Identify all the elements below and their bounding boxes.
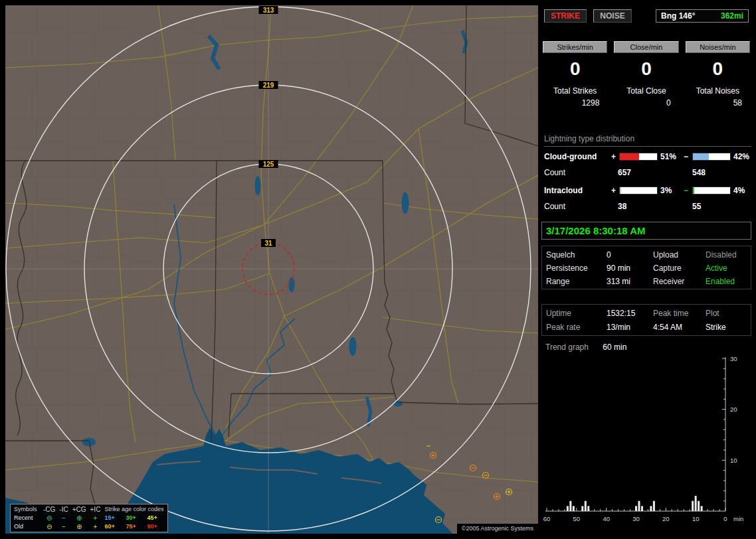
legend-symbols-header: Symbols [12, 505, 41, 514]
rate-values-row: 0 0 0 [543, 58, 750, 80]
ic-plus-icon: + [88, 522, 103, 531]
noise-toggle-button[interactable]: NOISE [593, 9, 631, 23]
svg-text:10: 10 [692, 515, 700, 522]
svg-text:30: 30 [730, 355, 737, 362]
close-per-min-button[interactable]: Close/min [614, 41, 678, 53]
cg-plus-bar [619, 153, 658, 161]
trend-graph-label-row: Trend graph 60 min [545, 343, 626, 352]
strike-toggle-button[interactable]: STRIKE [544, 9, 587, 23]
ring-distance-label: 219 [263, 82, 274, 89]
plot-value: Strike [706, 323, 726, 332]
rate-buttons-row: Strikes/min Close/min Noises/min [543, 41, 750, 53]
persistence-value: 90 min [607, 264, 630, 273]
close-per-min-value: 0 [614, 58, 678, 80]
capture-status: Active [706, 264, 727, 273]
trend-window-value: 60 min [603, 343, 626, 352]
trend-graph: 1020306050403020100min [541, 353, 751, 530]
cg-plus-percent: 51% [660, 152, 676, 161]
ic-plus-icon: + [88, 514, 103, 522]
total-noises-value: 58 [686, 98, 750, 108]
age-75: 75+ [124, 522, 145, 531]
age-15: 15+ [102, 514, 124, 522]
copyright-label: ©2005 Astrogenic Systems [457, 524, 538, 534]
ic-minus-count: 55 [692, 202, 701, 211]
bearing-readout: Bng 146° 362mi [656, 9, 749, 23]
cg-plus-icon: ⊕ [70, 522, 88, 531]
squelch-value: 0 [607, 250, 611, 260]
uptime-label: Uptime [546, 309, 571, 318]
ic-minus-percent: 4% [733, 186, 745, 195]
total-noises-label: Total Noises [686, 86, 750, 96]
map-legend: Symbols -CG -IC +CG +IC Strike age color… [10, 504, 168, 532]
plus-sign: + [611, 152, 616, 161]
receiver-label: Receiver [653, 277, 684, 286]
ring-distance-label: 31 [264, 240, 272, 247]
peak-time-value: 4:54 AM [653, 323, 682, 332]
ic-minus-icon: − [57, 514, 70, 522]
legend-col-neg-ic: -IC [57, 505, 70, 514]
bearing-label: Bng 146° [661, 11, 695, 21]
legend-old-label: Old [12, 522, 41, 531]
minus-sign: − [684, 186, 688, 195]
svg-text:60: 60 [543, 515, 551, 522]
total-close-value: 0 [614, 98, 678, 108]
persistence-label: Persistence [546, 264, 588, 273]
range-value: 313 mi [607, 277, 630, 286]
receiver-status: Enabled [706, 277, 735, 286]
ic-plus-count: 38 [618, 202, 626, 211]
totals-labels-row: Total Strikes Total Close Total Noises [543, 86, 750, 96]
range-label: Range [546, 277, 569, 286]
legend-age-header: Strike age color codes [102, 505, 166, 514]
cg-minus-icon: ⊖ [41, 514, 57, 522]
upload-status: Disabled [706, 250, 737, 260]
ic-minus-bar [692, 187, 731, 194]
age-90: 90+ [145, 522, 166, 531]
cg-plus-count: 657 [618, 168, 631, 177]
svg-text:50: 50 [573, 515, 581, 522]
cg-minus-bar [692, 153, 731, 161]
minus-sign: − [684, 152, 688, 161]
cg-minus-icon: ⊖ [41, 522, 57, 531]
trend-graph-label: Trend graph [545, 343, 589, 352]
peak-time-label: Peak time [653, 309, 688, 318]
noises-per-min-button[interactable]: Noises/min [686, 41, 750, 53]
ic-plus-percent: 3% [660, 186, 672, 195]
count-label: Count [544, 168, 565, 177]
ring-distance-label: 313 [263, 7, 274, 14]
cloud-ground-count-row: Count 657 548 [541, 168, 751, 178]
lightning-map[interactable]: 31321912531 [5, 5, 538, 534]
squelch-label: Squelch [546, 250, 575, 260]
legend-col-pos-ic: +IC [88, 505, 103, 514]
ic-minus-icon: − [57, 522, 70, 531]
total-strikes-label: Total Strikes [543, 86, 607, 96]
plot-label: Plot [706, 309, 719, 318]
svg-text:40: 40 [603, 515, 610, 522]
cloud-ground-label: Cloud-ground [544, 152, 597, 161]
uptime-value: 1532:15 [607, 309, 635, 318]
svg-text:30: 30 [632, 515, 640, 522]
ring-distance-label: 125 [263, 161, 274, 168]
datetime-display: 3/17/2026 8:30:18 AM [541, 222, 751, 240]
legend-col-pos-cg: +CG [70, 505, 88, 514]
total-close-label: Total Close [614, 86, 678, 96]
svg-text:10: 10 [730, 457, 737, 464]
plus-sign: + [611, 186, 616, 195]
capture-label: Capture [653, 264, 682, 273]
intracloud-row: Intracloud + 3% − 4% [541, 186, 751, 196]
app-window: { "panel": { "strike_button": "STRIKE", … [0, 0, 756, 539]
strikes-per-min-button[interactable]: Strikes/min [543, 41, 607, 53]
cloud-ground-row: Cloud-ground + 51% − 42% [541, 152, 751, 162]
intracloud-count-row: Count 38 55 [541, 202, 751, 212]
distribution-title: Lightning type distribution [544, 134, 751, 147]
ic-plus-bar [619, 187, 658, 194]
age-60: 60+ [102, 522, 124, 531]
age-30: 30+ [124, 514, 145, 522]
strikes-per-min-value: 0 [543, 58, 607, 80]
session-stats-box: Uptime 1532:15 Peak time Plot Peak rate … [541, 304, 751, 336]
svg-text:20: 20 [730, 406, 737, 413]
intracloud-label: Intracloud [544, 186, 583, 195]
peak-rate-value: 13/min [607, 323, 630, 332]
noises-per-min-value: 0 [686, 58, 750, 80]
cg-plus-icon: ⊕ [70, 514, 88, 522]
legend-recent-label: Recent [12, 514, 41, 522]
